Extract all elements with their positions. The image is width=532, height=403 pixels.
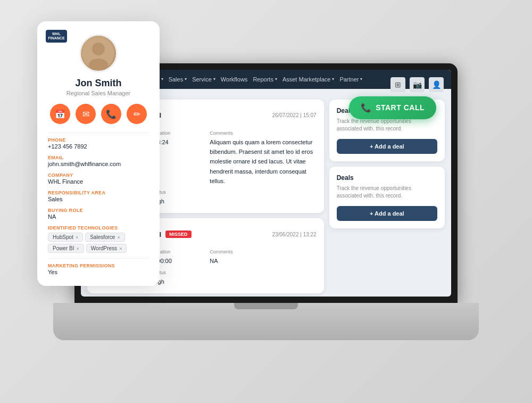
avatar (79, 34, 118, 72)
company-label: Company (48, 172, 149, 178)
scene: Conversations ▾ Marketing ▾ Sales ▾ Serv… (0, 0, 532, 403)
contact-actions: 📅 ✉ 📞 ✏ (48, 104, 149, 124)
contact-title: Regional Sales Manager (48, 90, 149, 96)
camera-icon-btn[interactable]: 📷 (410, 77, 425, 92)
call-status-1: Status High (152, 190, 205, 205)
call-status-2: Status High (152, 270, 205, 286)
phone-label: Phone (48, 137, 149, 143)
add-deal-button-1[interactable]: + Add a deal (337, 139, 437, 154)
contact-company-row: Company WHL Finance (48, 172, 149, 185)
call-comments-1: Comments Aliquam quis quam a lorem conse… (210, 130, 316, 186)
deals-desc-2: Track the revenue opportunities associat… (337, 185, 437, 200)
email-label: Email (48, 155, 149, 160)
call-comments-2: Comments NA (210, 249, 316, 265)
nav-workflows[interactable]: Workflows (221, 76, 248, 83)
call-duration-1: Duration 0:3:24 (152, 130, 205, 186)
company-value: WHL Finance (48, 178, 149, 185)
tag-wordpress-remove[interactable]: × (119, 246, 122, 251)
tag-salesforce: Salesforce × (85, 233, 125, 242)
video-chat-icon-btn[interactable]: ⊞ (390, 77, 405, 92)
nav-asset-marketplace[interactable]: Asset Marketplace ▾ (282, 76, 334, 83)
tag-powerbi: Power BI × (48, 244, 84, 253)
nav-service[interactable]: Service ▾ (192, 76, 215, 83)
company-logo: WHLFINANCE (46, 30, 67, 43)
divider-1 (48, 133, 149, 133)
tag-salesforce-remove[interactable]: × (117, 235, 120, 240)
contact-responsibility-row: Responsibility area Sales (48, 190, 149, 202)
edit-button[interactable]: ✏ (127, 104, 147, 124)
schedule-button[interactable]: 📅 (50, 104, 70, 124)
deals-card-2: Deals Track the revenue opportunities as… (329, 167, 445, 228)
add-deal-button-2[interactable]: + Add a deal (337, 206, 437, 221)
nav-reports[interactable]: Reports ▾ (253, 76, 277, 83)
contact-icon-btn[interactable]: 👤 (429, 77, 444, 92)
top-icons-row: ⊞ 📷 👤 (390, 77, 444, 92)
tag-powerbi-remove[interactable]: × (77, 246, 79, 251)
nav-partner[interactable]: Partner ▾ (339, 76, 362, 83)
divider-2 (48, 258, 149, 259)
deals-desc-1: Track the revenue opportunities associat… (337, 118, 437, 133)
contact-permissions: Marketing permissions Yes (48, 263, 149, 275)
contact-name: Jon Smith (48, 78, 149, 89)
tag-hubspot: HubSpot × (48, 233, 83, 242)
permissions-value: Yes (48, 269, 149, 275)
responsibility-value: Sales (48, 196, 149, 202)
contact-buying-role-row: Buying role NA (48, 208, 149, 220)
call-datetime-2: 23/06/2022 | 13:22 (272, 232, 316, 237)
tag-wordpress: WordPress × (86, 244, 127, 253)
missed-badge: Missed (165, 231, 192, 238)
tag-hubspot-remove[interactable]: × (76, 235, 78, 240)
contact-card: WHLFINANCE Jon Smith Regional Sales Mana… (37, 21, 160, 286)
contact-tech-row: Identified technologies HubSpot × Salesf… (48, 225, 149, 253)
buying-role-value: NA (48, 213, 149, 220)
start-call-button[interactable]: 📞 START CALL (349, 96, 436, 119)
permissions-label: Marketing permissions (48, 263, 149, 268)
responsibility-label: Responsibility area (48, 190, 149, 195)
call-button[interactable]: 📞 (101, 104, 121, 124)
phone-icon: 📞 (361, 103, 372, 113)
call-datetime-1: 26/07/2022 | 15:07 (272, 112, 316, 118)
buying-role-label: Buying role (48, 208, 149, 213)
contact-phone-row: Phone +123 456 7892 (48, 137, 149, 150)
laptop-base (53, 303, 479, 340)
tech-label: Identified technologies (48, 225, 149, 231)
email-value: john.smith@whlfinance.com (48, 161, 149, 167)
deals-area: Deals Track the revenue opportunities as… (329, 95, 445, 293)
nav-sales[interactable]: Sales ▾ (169, 76, 187, 83)
contact-email-row: Email john.smith@whlfinance.com (48, 155, 149, 167)
deals-title-2: Deals (337, 174, 437, 182)
email-button[interactable]: ✉ (76, 104, 96, 124)
call-duration-2: Duration 0:00:00 (152, 249, 205, 265)
contact-tags: HubSpot × Salesforce × Power BI × WordPr… (48, 233, 149, 253)
phone-value: +123 456 7892 (48, 143, 149, 150)
svg-point-2 (92, 43, 105, 55)
